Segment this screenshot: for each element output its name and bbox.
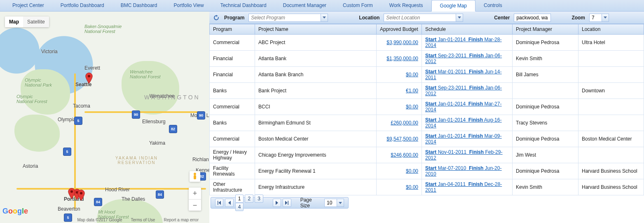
park-baker: Baker-Snoqualmie National Forest — [84, 24, 122, 34]
tab-portfolio-dashboard[interactable]: Portfolio Dashboard — [52, 0, 112, 11]
pegman-icon[interactable] — [190, 171, 200, 182]
chevron-down-icon[interactable] — [456, 14, 463, 22]
tab-document-manager[interactable]: Document Manager — [275, 0, 335, 11]
table-row[interactable]: CommercialBoston Medical Center$9,547,50… — [210, 131, 644, 147]
map-type-satellite[interactable]: Satellite — [23, 16, 49, 27]
program-input[interactable] — [248, 14, 321, 22]
cell-manager: Bill James — [513, 67, 578, 83]
page-size-label: Page Size — [300, 197, 321, 209]
budget-link[interactable]: $1,350,000.00 — [386, 56, 418, 61]
column-header[interactable]: Program — [210, 24, 255, 35]
map-type-map[interactable]: Map — [5, 16, 23, 27]
tab-technical-dashboard[interactable]: Technical Dashboard — [212, 0, 275, 11]
cell-schedule: Start Jan-01-2014 Finish Mar-28-2014 — [422, 35, 513, 51]
zoom-input[interactable] — [589, 14, 602, 22]
budget-link[interactable]: $3,990,000.00 — [386, 40, 418, 45]
schedule-link[interactable]: Start Jan-01-2014 Finish Mar-28-2014 — [425, 37, 501, 48]
map-marker-icon[interactable] — [77, 190, 85, 201]
center-input[interactable] — [514, 14, 551, 22]
schedule-link[interactable]: Start Mar-07-2010 Finish Jun-20-2010 — [425, 165, 501, 177]
table-row[interactable]: Facility RenewalsEnergy Facility Renewal… — [210, 163, 644, 179]
pager: 1234 Page Size — [211, 197, 349, 209]
location-input[interactable] — [384, 14, 456, 22]
column-header[interactable]: Schedule — [422, 24, 513, 35]
pager-first-button[interactable] — [215, 199, 223, 207]
tab-project-center[interactable]: Project Center — [4, 0, 52, 11]
pager-page-4[interactable]: 4 — [235, 203, 244, 211]
table-row[interactable]: FinancialAtlanta Bank Branch$0.00Start M… — [210, 67, 644, 83]
schedule-link[interactable]: Start Jan-01-2014 Finish Aug-16-2014 — [425, 117, 501, 129]
budget-link[interactable]: $0.00 — [406, 72, 418, 77]
budget-link[interactable]: €1.00 — [406, 88, 418, 94]
budget-link[interactable]: $0.00 — [406, 168, 418, 174]
cell-manager: Dominique Pedrosa — [513, 99, 578, 115]
page-size-select[interactable] — [324, 199, 344, 207]
table-row[interactable]: CommercialABC Project$3,990,000.00Start … — [210, 35, 644, 51]
column-header[interactable]: Project Name — [255, 24, 377, 35]
schedule-link[interactable]: Start Jan-01-2014 Finish Mar-27-2014 — [425, 101, 501, 113]
map-marker-icon[interactable] — [68, 188, 75, 200]
tab-controls[interactable]: Controls — [475, 0, 511, 11]
map-marker-icon[interactable] — [85, 73, 93, 84]
budget-link[interactable]: $246,600.00 — [391, 152, 418, 158]
chevron-down-icon[interactable] — [321, 14, 328, 22]
pager-page-3[interactable]: 3 — [255, 195, 263, 203]
chevron-down-icon[interactable] — [602, 14, 609, 22]
schedule-link[interactable]: Start Jan-01-2014 Finish Mar-09-2014 — [425, 133, 501, 145]
budget-link[interactable]: $9,547,500.00 — [386, 136, 418, 142]
table-row[interactable]: BanksBank Project€1.00Start Sep-23-2011 … — [210, 83, 644, 99]
schedule-link[interactable]: Start Mar-01-2011 Finish Jun-14-2011 — [425, 69, 501, 80]
zoom-select[interactable] — [589, 14, 609, 22]
tab-google-map[interactable]: Google Map — [431, 0, 475, 12]
cell-schedule: Start Jan-01-2014 Finish Mar-27-2014 — [422, 99, 513, 115]
column-header[interactable]: Project Manager — [513, 24, 578, 35]
tab-portfolio-view[interactable]: Portfolio View — [165, 0, 212, 11]
location-select[interactable] — [384, 14, 463, 22]
map-canvas[interactable] — [0, 12, 209, 223]
table-row[interactable]: Other InfrastructureEnergy Infrastructur… — [210, 179, 644, 195]
refresh-icon[interactable] — [213, 14, 220, 21]
zoom-in-button[interactable]: + — [189, 188, 201, 199]
cell-program: Financial — [210, 67, 255, 83]
budget-link[interactable]: £260,000.00 — [391, 120, 418, 126]
schedule-link[interactable]: Start Sep-23-2011 Finish Jan-06-2012 — [425, 85, 502, 96]
map-report-link[interactable]: Report a map error — [164, 218, 199, 222]
schedule-link[interactable]: Start Sep-23-2011 Finish Jan-06-2012 — [425, 53, 502, 64]
table-row[interactable]: CommercialBCCI$0.00Start Jan-01-2014 Fin… — [210, 99, 644, 115]
cell-project: Birmingham Edmund St — [255, 115, 377, 131]
column-header[interactable]: Approved Budget — [377, 24, 422, 35]
schedule-link[interactable]: Start Jan-04-2011 Finish Dec-28-2011 — [425, 181, 502, 193]
pager-page-2[interactable]: 2 — [245, 195, 253, 203]
map-terms-link[interactable]: Terms of Use — [131, 218, 155, 222]
pager-prev-button[interactable] — [225, 199, 233, 207]
city-beaverton: Beaverton — [58, 206, 80, 212]
filter-toolbar: Program Location Center Zoom — [209, 12, 644, 24]
chevron-down-icon[interactable] — [337, 199, 344, 207]
map-panel[interactable]: Map Satellite WASHINGTON Victoria Baker-… — [0, 12, 209, 223]
pager-next-button[interactable] — [273, 199, 281, 207]
cell-project: Bank Project — [255, 83, 377, 99]
table-row[interactable]: Energy / Heavy HighwayChicago Energy Imp… — [210, 147, 644, 163]
table-row[interactable]: FinancialAtlanta Bank$1,350,000.00Start … — [210, 51, 644, 67]
cell-program: Banks — [210, 83, 255, 99]
tab-bmc-dashboard[interactable]: BMC Dashboard — [112, 0, 166, 11]
pager-page-1[interactable]: 1 — [235, 195, 244, 203]
tab-work-requests[interactable]: Work Requests — [381, 0, 431, 11]
program-select[interactable] — [248, 14, 328, 22]
cell-manager: Tracy Stevens — [513, 115, 578, 131]
page-size-input[interactable] — [324, 199, 337, 207]
column-header[interactable]: Location — [578, 24, 644, 35]
cell-location: Boston Medical Center — [578, 131, 644, 147]
budget-link[interactable]: $0.00 — [406, 104, 418, 110]
cell-location: Harvard Business School — [578, 163, 644, 179]
map-type-toggle: Map Satellite — [5, 16, 49, 27]
schedule-link[interactable]: Start Nov-01-2011 Finish Feb-29-2012 — [425, 149, 502, 161]
cell-project: Atlanta Bank Branch — [255, 67, 377, 83]
tab-custom-form[interactable]: Custom Form — [335, 0, 381, 11]
budget-link[interactable]: $0.00 — [406, 184, 418, 190]
pager-last-button[interactable] — [283, 199, 291, 207]
table-row[interactable]: BanksBirmingham Edmund St£260,000.00Star… — [210, 115, 644, 131]
cell-budget: $1,350,000.00 — [377, 51, 422, 67]
zoom-out-button[interactable]: − — [189, 199, 201, 211]
cell-manager: Dominique Pedrosa — [513, 35, 578, 51]
